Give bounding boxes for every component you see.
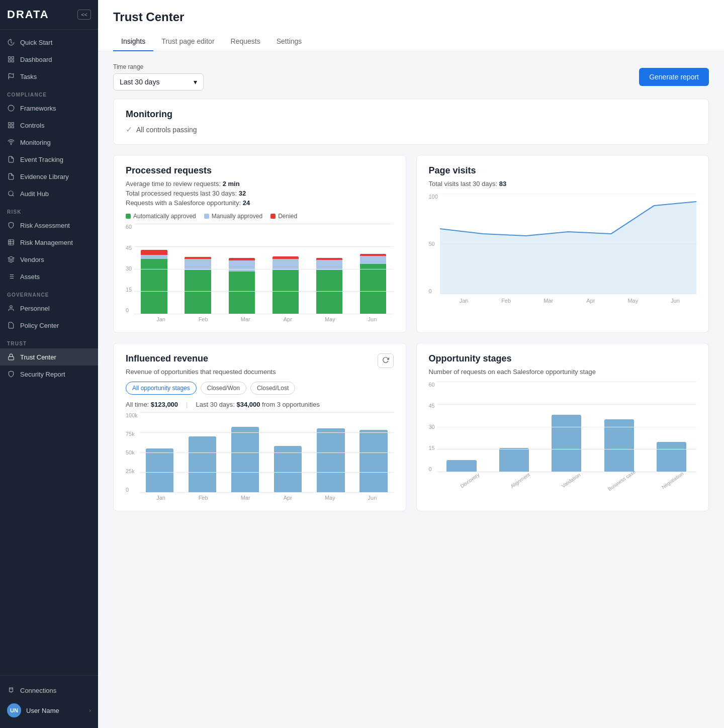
revenue-tab-won[interactable]: Closed/Won	[201, 382, 246, 395]
legend-auto: Automatically approved	[126, 213, 196, 220]
time-range-dropdown[interactable]: Last 30 days ▾	[113, 73, 204, 90]
page-title: Trust Center	[113, 10, 709, 24]
file-icon	[7, 172, 15, 180]
pv-x-mar: Mar	[527, 298, 570, 304]
sidebar: DRATA << Quick Start Dashboard Tasks COM…	[0, 0, 98, 728]
x-label-apr: Apr	[266, 316, 309, 322]
opp-bar-alignment	[489, 382, 538, 472]
monitoring-status-text: All controls passing	[136, 126, 197, 134]
table-icon	[7, 238, 15, 246]
svg-rect-6	[9, 123, 11, 125]
x-label-jun: Jun	[351, 316, 393, 322]
opp-y-30: 30	[429, 424, 435, 430]
sidebar-item-risk-management[interactable]: Risk Management	[0, 234, 98, 251]
pv-x-labels: Jan Feb Mar Apr May Jun	[443, 298, 697, 304]
check-icon: ✓	[126, 125, 132, 134]
pv-y-0: 0	[429, 288, 438, 294]
monitoring-card: Monitoring ✓ All controls passing	[113, 99, 709, 145]
last-30-label: Last 30 days: $34,000 from 3 opportuniti…	[196, 401, 319, 408]
sidebar-item-audit-hub[interactable]: Audit Hub	[0, 185, 98, 202]
svg-marker-17	[8, 256, 14, 259]
chevron-right-icon: ›	[89, 707, 91, 713]
sidebar-item-tasks[interactable]: Tasks	[0, 68, 98, 85]
rev-bar-jan	[140, 412, 179, 493]
legend-denied: Denied	[270, 213, 297, 220]
sidebar-item-policy-center[interactable]: Policy Center	[0, 317, 98, 334]
content-area: Time range Last 30 days ▾ Generate repor…	[98, 51, 724, 533]
sidebar-nav: Quick Start Dashboard Tasks COMPLIANCE F…	[0, 30, 98, 675]
sidebar-item-label: Quick Start	[20, 39, 52, 46]
refresh-button[interactable]	[378, 353, 394, 368]
sidebar-item-trust-center[interactable]: Trust Center	[0, 348, 98, 366]
sidebar-item-connections[interactable]: Connections	[0, 682, 98, 699]
x-label-mar: Mar	[224, 316, 266, 322]
rev-bar-feb-fill	[189, 436, 216, 493]
shield-icon	[7, 221, 15, 229]
sidebar-item-label: Trust Center	[20, 353, 56, 361]
main-content: Trust Center Insights Trust page editor …	[98, 0, 724, 728]
tab-trust-page-editor[interactable]: Trust page editor	[153, 32, 222, 51]
legend-manual: Manually approved	[204, 213, 262, 220]
time-range-selector: Time range Last 30 days ▾	[113, 63, 204, 90]
opp-stages-chart: 60 45 30 15 0	[429, 382, 697, 484]
opp-bar-alignment-fill	[499, 448, 529, 472]
line-chart-svg	[440, 194, 696, 294]
flag-icon	[7, 72, 15, 80]
sidebar-item-security-report[interactable]: Security Report	[0, 366, 98, 383]
sidebar-item-label: Assets	[20, 273, 40, 281]
svg-point-5	[8, 105, 14, 111]
generate-report-button[interactable]: Generate report	[639, 68, 709, 86]
section-label-risk: RISK	[0, 202, 98, 217]
sidebar-item-frameworks[interactable]: Frameworks	[0, 100, 98, 117]
revenue-tab-lost[interactable]: Closed/Lost	[250, 382, 295, 395]
user-menu[interactable]: UN User Name ›	[0, 699, 98, 722]
tab-insights[interactable]: Insights	[113, 32, 153, 51]
sidebar-item-quick-start[interactable]: Quick Start	[0, 34, 98, 51]
pv-x-jun: Jun	[654, 298, 696, 304]
page-visits-value: 83	[499, 180, 506, 188]
rev-bar-jun	[353, 412, 393, 493]
opp-bar-discovery	[437, 382, 486, 472]
bar-may-blue	[316, 260, 343, 270]
bar-mar-blue	[229, 260, 255, 271]
collapse-button[interactable]: <<	[77, 10, 91, 20]
sidebar-item-monitoring[interactable]: Monitoring	[0, 134, 98, 151]
section-label-compliance: COMPLIANCE	[0, 85, 98, 100]
bar-mar-green	[229, 271, 255, 314]
bar-apr-blue	[273, 259, 299, 270]
rev-x-labels: Jan Feb Mar Apr May Jun	[140, 495, 394, 501]
x-label-feb: Feb	[182, 316, 224, 322]
rev-x-jun: Jun	[351, 495, 393, 501]
time-range-label: Time range	[113, 63, 204, 70]
time-range-row: Time range Last 30 days ▾ Generate repor…	[113, 63, 709, 90]
rev-x-jan: Jan	[140, 495, 182, 501]
sidebar-item-risk-assessment[interactable]: Risk Assessment	[0, 217, 98, 234]
sidebar-item-event-tracking[interactable]: Event Tracking	[0, 151, 98, 168]
sidebar-item-controls[interactable]: Controls	[0, 117, 98, 134]
bar-mar	[221, 224, 262, 314]
rev-x-apr: Apr	[266, 495, 309, 501]
bar-jan	[134, 224, 174, 314]
sidebar-item-dashboard[interactable]: Dashboard	[0, 51, 98, 68]
monitoring-title: Monitoring	[126, 109, 696, 120]
rev-bar-may-fill	[317, 428, 344, 493]
processed-requests-card: Processed requests Average time to revie…	[113, 155, 406, 333]
tab-requests[interactable]: Requests	[223, 32, 268, 51]
sidebar-item-label: Audit Hub	[20, 190, 49, 198]
revenue-tab-all[interactable]: All opportunity stages	[126, 382, 197, 395]
sidebar-item-personnel[interactable]: Personnel	[0, 300, 98, 317]
sidebar-item-assets[interactable]: Assets	[0, 268, 98, 285]
chart-legend: Automatically approved Manually approved…	[126, 213, 394, 220]
sidebar-item-label: Connections	[20, 687, 56, 694]
tab-settings[interactable]: Settings	[268, 32, 310, 51]
rev-bar-mar	[225, 412, 265, 493]
revenue-title: Influenced revenue	[126, 353, 208, 364]
sidebar-item-evidence-library[interactable]: Evidence Library	[0, 168, 98, 185]
page-visits-chart: 100 50 0	[429, 194, 697, 304]
search-icon	[7, 190, 15, 198]
home-icon	[7, 55, 15, 63]
rev-bar-apr	[268, 412, 308, 493]
bar-feb-blue	[185, 259, 211, 270]
sidebar-item-vendors[interactable]: Vendors	[0, 251, 98, 268]
opp-y-45: 45	[429, 403, 435, 409]
